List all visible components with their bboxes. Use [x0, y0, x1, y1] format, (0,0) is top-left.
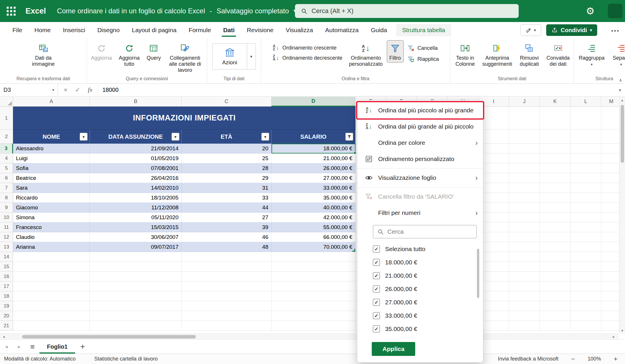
checkbox-checked-icon[interactable]: ✓ [373, 299, 380, 306]
cell-D18[interactable] [271, 291, 356, 301]
row-header-19[interactable]: 19 [0, 301, 13, 311]
cell-J7[interactable] [509, 183, 540, 193]
checkbox-checked-icon[interactable]: ✓ [373, 286, 380, 292]
cell-D16[interactable] [271, 272, 356, 281]
row-header-9[interactable]: 9 [0, 203, 13, 213]
cell-M8[interactable] [601, 193, 622, 203]
filter-dropdown-button-data-assunzione[interactable]: ▾ [172, 133, 179, 141]
row-header-8[interactable]: 8 [0, 193, 13, 203]
cell-L4[interactable] [571, 153, 601, 163]
cell-B7[interactable]: 14/02/2010 [90, 183, 182, 193]
cell-K18[interactable] [540, 291, 571, 301]
filter-list-scrollbar[interactable] [477, 249, 479, 298]
tab-guida[interactable]: Guida [365, 22, 393, 38]
cell-D13[interactable]: 70.000,00 € [271, 242, 356, 252]
cell-C9[interactable]: 44 [182, 203, 271, 213]
ribbon-button-ordinamento-crescente[interactable]: AZ↓Ordinamento crescente [272, 45, 342, 51]
cell-J11[interactable] [509, 222, 540, 232]
cell-A10[interactable]: Simona [13, 213, 90, 222]
cell-J8[interactable] [509, 193, 540, 203]
cell-J17[interactable] [509, 281, 540, 291]
table-header-salario[interactable]: SALARIO [271, 130, 356, 144]
cell-B10[interactable]: 05/11/2020 [90, 213, 182, 222]
cell-K2[interactable] [540, 130, 571, 144]
cell-M14[interactable] [601, 252, 622, 262]
cell-L6[interactable] [571, 173, 601, 183]
row-header-20[interactable]: 20 [0, 311, 13, 321]
checkbox-checked-icon[interactable]: ✓ [373, 312, 380, 319]
cell-K5[interactable] [540, 163, 571, 173]
cell-B3[interactable]: 21/09/2014 [90, 144, 182, 153]
cell-L19[interactable] [571, 301, 601, 311]
cell-D11[interactable]: 55.000,00 € [271, 222, 356, 232]
cell-C11[interactable]: 39 [182, 222, 271, 232]
cell-K1[interactable] [540, 107, 571, 130]
filter-checkbox-35-000-00[interactable]: ✓35.000,00 € [373, 322, 477, 336]
cell-M11[interactable] [601, 222, 622, 232]
row-header-21[interactable]: 21 [0, 321, 13, 331]
cell-M18[interactable] [601, 291, 622, 301]
tab-inserisci[interactable]: Inserisci [57, 22, 91, 38]
draw-tool-button[interactable]: ▾ [520, 24, 541, 36]
cell-J14[interactable] [509, 252, 540, 262]
tab-disegno[interactable]: Disegno [91, 22, 126, 38]
cell-L13[interactable] [571, 242, 601, 252]
formula-bar-expand-icon[interactable]: ▾ [615, 84, 625, 96]
cell-A11[interactable]: Francesco [13, 222, 90, 232]
row-header-12[interactable]: 12 [0, 232, 13, 242]
cell-B20[interactable] [90, 311, 182, 321]
cell-K15[interactable] [540, 262, 571, 272]
column-header-L[interactable]: L [571, 97, 601, 107]
row-header-7[interactable]: 7 [0, 183, 13, 193]
tab-file[interactable]: File [6, 22, 28, 38]
filter-checkbox-18-000-00[interactable]: ✓18.000,00 € [373, 256, 477, 269]
settings-button[interactable]: ⚙ [583, 4, 597, 18]
cell-L1[interactable] [571, 107, 601, 130]
cell-L21[interactable] [571, 321, 601, 331]
cell-D7[interactable]: 33.000,00 € [271, 183, 356, 193]
cell-L9[interactable] [571, 203, 601, 213]
cell-A5[interactable]: Sofia [13, 163, 90, 173]
cell-K16[interactable] [540, 272, 571, 281]
cell-C3[interactable]: 20 [182, 144, 271, 153]
cell-B11[interactable]: 15/03/2015 [90, 222, 182, 232]
cell-L8[interactable] [571, 193, 601, 203]
cell-J13[interactable] [509, 242, 540, 252]
cell-L17[interactable] [571, 281, 601, 291]
insert-function-icon[interactable]: fx [88, 87, 92, 93]
cell-K19[interactable] [540, 301, 571, 311]
cell-A14[interactable] [13, 252, 90, 262]
scroll-left-icon[interactable]: ◂ [0, 334, 8, 339]
calc-mode-status[interactable]: Modalità di calcolo: Automatico [4, 356, 76, 362]
cell-A21[interactable] [13, 321, 90, 331]
ribbon-button-ordinamento-personalizzato[interactable]: AZ↓Ordinamento personalizzato [347, 41, 385, 68]
cell-J21[interactable] [509, 321, 540, 331]
ribbon-button-query[interactable]: Query [144, 41, 163, 62]
apply-filter-button[interactable]: Applica [372, 342, 415, 356]
cell-A16[interactable] [13, 272, 90, 281]
cell-M9[interactable] [601, 203, 622, 213]
ribbon-button-filtro[interactable]: Filtro [387, 41, 403, 62]
save-status[interactable]: Salvataggio completato [217, 7, 289, 15]
cell-A18[interactable] [13, 291, 90, 301]
cell-J4[interactable] [509, 153, 540, 163]
column-header-A[interactable]: A [13, 97, 90, 107]
zoom-in-button[interactable]: + [614, 355, 617, 363]
cell-K7[interactable] [540, 183, 571, 193]
cell-J19[interactable] [509, 301, 540, 311]
add-sheet-button[interactable]: + [75, 340, 90, 354]
cell-B8[interactable]: 18/10/2005 [90, 193, 182, 203]
cell-L12[interactable] [571, 232, 601, 242]
cell-D15[interactable] [271, 262, 356, 272]
cell-J1[interactable] [509, 107, 540, 130]
cell-C21[interactable] [182, 321, 271, 331]
cell-B21[interactable] [90, 321, 182, 331]
cell-K13[interactable] [540, 242, 571, 252]
cell-J15[interactable] [509, 262, 540, 272]
column-header-M[interactable]: M [601, 97, 622, 107]
filter-menu-item-ordinamento-personalizzato[interactable]: Ordinamento personalizzato [357, 151, 483, 167]
tab-formule[interactable]: Formule [183, 22, 217, 38]
vertical-scroll-thumb[interactable] [621, 105, 624, 163]
cell-K11[interactable] [540, 222, 571, 232]
column-header-K[interactable]: K [540, 97, 571, 107]
